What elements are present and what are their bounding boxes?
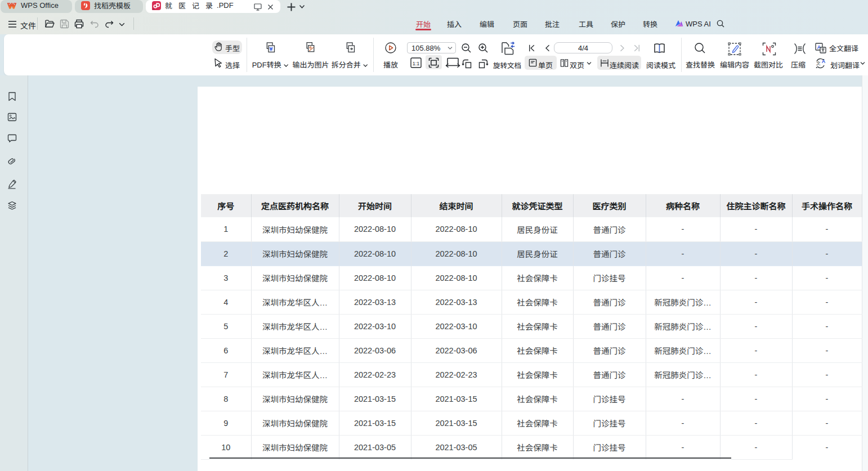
svg-text:文: 文 [816, 61, 821, 66]
svg-text:1:1: 1:1 [413, 61, 420, 66]
svg-text:A: A [822, 59, 826, 64]
